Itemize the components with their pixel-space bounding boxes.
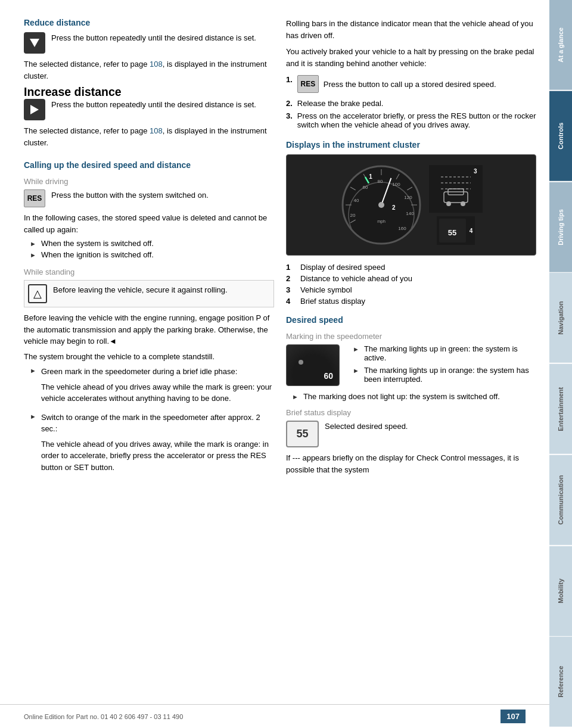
label-num-3: 3 [286, 285, 296, 294]
marking-bullets: ► The marking lights up in green: the sy… [347, 344, 536, 386]
sidebar-label-navigation: Navigation [557, 301, 564, 335]
sidebar-tab-reference[interactable]: Reference [549, 637, 572, 727]
increase-distance-icon [24, 99, 45, 120]
label-text-2: Distance to vehicle ahead of you [300, 274, 412, 283]
reduce-page-link[interactable]: 108 [150, 60, 163, 69]
sidebar-tab-controls[interactable]: Controls [549, 91, 572, 181]
step-1-num: 1. [286, 75, 293, 95]
increase-distance-row: Press the button repeatedly until the de… [24, 99, 274, 120]
svg-text:100: 100 [392, 182, 400, 187]
increase-page-link[interactable]: 108 [150, 126, 163, 135]
page-container: Reduce distance Press the button repeate… [0, 0, 572, 728]
reduce-distance-row: Press the button repeatedly until the de… [24, 32, 274, 54]
svg-text:80: 80 [378, 179, 383, 184]
marking-no-light: ► The marking does not light up: the sys… [286, 392, 536, 401]
sidebar-tab-mobility[interactable]: Mobility [549, 546, 572, 636]
brief-status-cluster: 55 4 [437, 216, 475, 245]
brief-status-heading: Brief status display [286, 408, 536, 417]
brief-status-speedo: 55 [439, 219, 466, 242]
orange-mark-sub: The vehicle ahead of you drives away, wh… [41, 438, 274, 474]
brief-status-text: Selected desired speed. [325, 421, 408, 433]
bullet-orange-content: Switch to orange of the mark in the spee… [41, 412, 274, 477]
marking-arrow-2: ► [353, 367, 359, 384]
display-row-2: 2 Distance to vehicle ahead of you [286, 274, 536, 283]
increase-distance-heading: Increase distance [24, 85, 274, 99]
svg-point-21 [378, 202, 384, 208]
while-driving-instruction: Press the button with the system switche… [51, 189, 209, 201]
warning-box: △ Before leaving the vehicle, secure it … [24, 280, 274, 307]
display-labels: 1 Display of desired speed 2 Distance to… [286, 263, 536, 306]
reduce-distance-heading: Reduce distance [24, 18, 274, 27]
display-row-3: 3 Vehicle symbol [286, 285, 536, 294]
bullet-text-2: When the ignition is switched off. [41, 250, 154, 259]
cluster-right-svg: 3 [429, 165, 483, 213]
standing-body1: Before leaving the vehicle with the engi… [24, 312, 274, 347]
while-standing-heading: While standing [24, 267, 274, 276]
bullet-text-1: When the system is switched off. [41, 239, 154, 248]
sidebar-label-mobility: Mobility [557, 578, 564, 603]
orange-mark-label: Switch to orange of the mark in the spee… [41, 412, 274, 435]
increase-distance-note: The selected distance, refer to page 108… [24, 125, 274, 148]
cluster-right-panel: 3 [429, 165, 483, 245]
cluster-image: 20 40 60 80 100 120 140 160 mph 1 [286, 154, 536, 256]
sidebar-tab-navigation[interactable]: Navigation [549, 273, 572, 363]
marking-text-1: The marking lights up in green: the syst… [364, 344, 536, 362]
step-3-text: Press on the accelerator briefly, or pre… [297, 111, 536, 129]
svg-text:20: 20 [350, 213, 356, 218]
bullet-green-content: Green mark in the speedometer during a b… [41, 366, 274, 408]
green-mark-sub: The vehicle ahead of you drives away whi… [41, 381, 274, 405]
sidebar-label-communication: Communication [557, 475, 564, 525]
rolling-bars-note: Rolling bars in the distance indicator m… [286, 18, 536, 41]
standing-body2: The system brought the vehicle to a comp… [24, 351, 274, 363]
svg-point-30 [446, 201, 451, 206]
desired-speed-heading: Desired speed [286, 315, 536, 325]
reduce-distance-note: The selected distance, refer to page 108… [24, 58, 274, 82]
warning-triangle-icon: △ [28, 284, 47, 303]
label-text-1: Display of desired speed [300, 263, 385, 272]
reduce-distance-instruction: Press the button repeatedly until the de… [51, 32, 256, 44]
calling-up-heading: Calling up the desired speed and distanc… [24, 160, 274, 170]
step-2-num: 2. [286, 99, 293, 108]
bullet-arrow-1: ► [30, 240, 36, 248]
page-number: 107 [500, 710, 526, 723]
bullet-green-mark: ► Green mark in the speedometer during a… [24, 366, 274, 408]
svg-text:mph: mph [377, 219, 386, 224]
sidebar-tab-at-a-glance[interactable]: At a glance [549, 0, 572, 90]
sidebar-tab-entertainment[interactable]: Entertainment [549, 364, 572, 454]
svg-text:120: 120 [404, 195, 412, 200]
marking-dot [299, 360, 303, 365]
sidebar-label-at-a-glance: At a glance [557, 27, 564, 63]
bullet-ignition-off: ► When the ignition is switched off. [24, 250, 274, 259]
marking-bullet-1: ► The marking lights up in green: the sy… [347, 344, 536, 362]
svg-text:2: 2 [392, 204, 396, 211]
step-1: 1. RES Press the button to call up a sto… [286, 75, 536, 95]
while-driving-row: RES Press the button with the system swi… [24, 189, 274, 207]
sidebar-label-reference: Reference [557, 666, 564, 698]
bullet-arrow-2: ► [30, 251, 36, 259]
brief-status-row: 55 Selected desired speed. [286, 421, 536, 447]
svg-text:60: 60 [363, 185, 368, 190]
svg-text:3: 3 [474, 168, 477, 175]
marking-text-2: The marking lights up in orange: the sys… [364, 366, 536, 384]
marking-arrow-3: ► [292, 393, 299, 401]
green-mark-label: Green mark in the speedometer during a b… [41, 366, 274, 378]
label-num-2: 2 [286, 274, 296, 283]
sidebar-tab-driving-tips[interactable]: Driving tips [549, 182, 572, 272]
step-1-content: RES Press the button to call up a stored… [297, 75, 496, 95]
step-1-text: Press the button to call up a stored des… [324, 80, 496, 89]
while-driving-heading: While driving [24, 177, 274, 186]
step-2: 2. Release the brake pedal. [286, 99, 536, 108]
reduce-distance-icon [24, 32, 45, 54]
bullet-arrow-4: ► [30, 413, 36, 477]
svg-text:55: 55 [447, 228, 456, 237]
page-footer: Online Edition for Part no. 01 40 2 606 … [0, 704, 549, 728]
sidebar-tab-communication[interactable]: Communication [549, 455, 572, 545]
marking-speed: 60 [324, 371, 333, 381]
sidebar-label-driving-tips: Driving tips [557, 209, 564, 245]
cluster-heading: Displays in the instrument cluster [286, 140, 536, 150]
bullet-arrow-3: ► [30, 367, 36, 408]
svg-text:40: 40 [354, 198, 359, 203]
marking-text-3: The marking does not light up: the syste… [303, 392, 500, 401]
marking-image: 60 [286, 344, 340, 386]
label-text-4: Brief status display [300, 297, 365, 306]
